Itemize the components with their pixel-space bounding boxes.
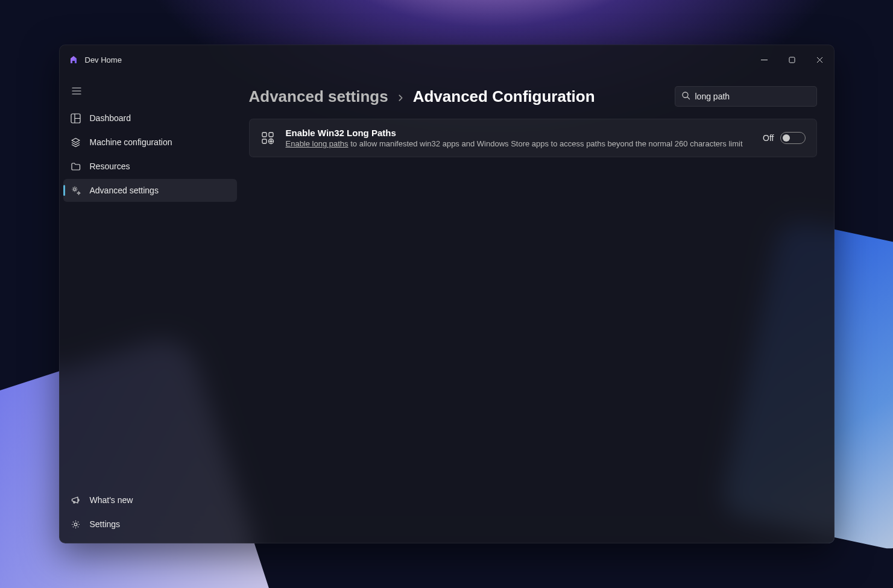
close-button[interactable]: [806, 49, 834, 70]
app-title: Dev Home: [85, 55, 122, 64]
search-icon: [681, 91, 690, 102]
chevron-right-icon: [397, 87, 405, 106]
sidebar-item-whats-new[interactable]: What's new: [63, 489, 237, 511]
svg-point-3: [74, 188, 76, 190]
sidebar-item-label: Advanced settings: [90, 186, 159, 195]
breadcrumb-parent[interactable]: Advanced settings: [249, 87, 388, 106]
setting-card-long-paths: Enable Win32 Long Paths Enable long path…: [249, 119, 817, 157]
hamburger-button[interactable]: [65, 80, 89, 102]
sidebar-item-label: Machine configuration: [90, 137, 172, 147]
svg-rect-7: [262, 133, 267, 137]
setting-description: Enable long paths to allow manifested wi…: [286, 139, 753, 148]
maximize-button[interactable]: [778, 49, 806, 70]
setting-description-text: to allow manifested win32 apps and Windo…: [349, 139, 743, 148]
apps-add-icon: [260, 131, 275, 145]
sidebar: Dashboard Machine configuration Resource…: [60, 74, 241, 543]
sidebar-item-label: Resources: [90, 161, 130, 171]
advanced-settings-icon: [71, 185, 81, 196]
sidebar-item-label: What's new: [90, 495, 133, 505]
gear-icon: [71, 519, 81, 530]
main-header: Advanced settings Advanced Configuration: [249, 86, 817, 107]
setting-description-link[interactable]: Enable long paths: [286, 139, 349, 148]
setting-title: Enable Win32 Long Paths: [286, 128, 753, 138]
app-window: Dev Home Dashboard: [59, 45, 835, 543]
search-box[interactable]: [675, 86, 817, 107]
main-content: Advanced settings Advanced Configuration: [241, 74, 834, 543]
svg-rect-9: [269, 133, 273, 137]
titlebar-left: Dev Home: [68, 54, 122, 65]
svg-point-5: [74, 523, 77, 526]
layers-icon: [71, 137, 81, 148]
sidebar-item-settings[interactable]: Settings: [63, 513, 237, 536]
svg-rect-1: [789, 57, 795, 63]
megaphone-icon: [71, 495, 81, 505]
caption-buttons: [751, 49, 834, 70]
sidebar-item-advanced-settings[interactable]: Advanced settings: [63, 179, 237, 202]
toggle-label: Off: [763, 133, 774, 143]
setting-text: Enable Win32 Long Paths Enable long path…: [286, 128, 753, 148]
svg-rect-8: [262, 139, 267, 143]
sidebar-item-resources[interactable]: Resources: [63, 155, 237, 178]
toggle-wrap: Off: [763, 132, 805, 144]
window-body: Dashboard Machine configuration Resource…: [60, 74, 834, 543]
nav-list: Dashboard Machine configuration Resource…: [60, 107, 241, 489]
sidebar-item-machine-configuration[interactable]: Machine configuration: [63, 131, 237, 154]
sidebar-item-label: Settings: [90, 519, 121, 529]
svg-point-4: [78, 192, 80, 194]
titlebar: Dev Home: [60, 45, 834, 74]
folder-icon: [71, 161, 81, 172]
breadcrumb-current: Advanced Configuration: [413, 87, 595, 106]
breadcrumb: Advanced settings Advanced Configuration: [249, 87, 595, 106]
long-paths-toggle[interactable]: [780, 132, 806, 144]
app-icon: [68, 54, 79, 65]
dashboard-icon: [71, 113, 81, 124]
nav-footer: What's new Settings: [60, 489, 241, 539]
sidebar-item-dashboard[interactable]: Dashboard: [63, 107, 237, 130]
svg-rect-0: [761, 60, 768, 60]
minimize-button[interactable]: [751, 49, 778, 70]
sidebar-item-label: Dashboard: [90, 113, 131, 123]
search-input[interactable]: [695, 92, 810, 101]
